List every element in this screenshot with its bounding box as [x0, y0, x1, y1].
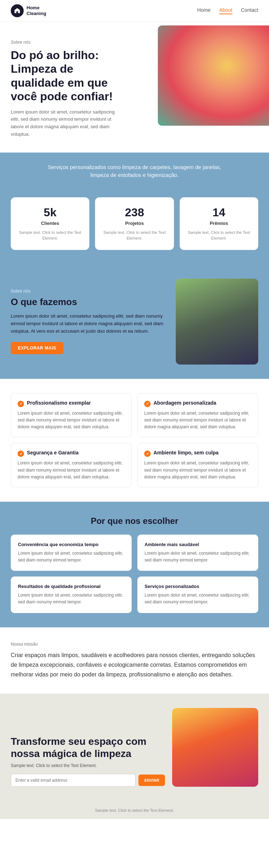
mission-text: Criar espaços mais limpos, saudáveis e a…: [11, 650, 258, 680]
feature-text-2: Lorem ipsum dolor sit amet, consetetur s…: [18, 460, 125, 481]
hero-text: Lorem ipsum dolor sit amet, consetetur s…: [11, 108, 118, 138]
services-band: Serviços personalizados como limpeza de …: [0, 153, 269, 190]
why-card-title-1: Ambiente mais saudável: [145, 542, 251, 547]
stat-label-0: Clientes: [16, 221, 84, 226]
check-icon-1: [144, 401, 151, 407]
check-icon-0: [18, 401, 24, 407]
email-field[interactable]: [11, 774, 136, 787]
features-grid: Profissionalismo exemplar Lorem ipsum do…: [11, 393, 258, 487]
why-card-1: Ambiente mais saudável Lorem ipsum dolor…: [137, 535, 258, 571]
feature-title-row-2: Segurança e Garantia: [18, 450, 125, 457]
stat-card-0: 5k Clientes Sample text. Click to select…: [11, 197, 89, 250]
features-section: Profissionalismo exemplar Lorem ipsum do…: [0, 379, 269, 502]
cta-image: [172, 708, 258, 787]
navbar: Home Cleaning Home About Contact: [0, 0, 269, 22]
hero-section: Sobre nós Do pó ao brilho: Limpeza de qu…: [0, 22, 269, 153]
feature-title-2: Segurança e Garantia: [27, 450, 79, 455]
brand-name: Home Cleaning: [27, 5, 46, 16]
what-title: O que fazemos: [11, 296, 169, 308]
what-text: Lorem ipsum dolor sit amet, consetetur s…: [11, 313, 169, 335]
hero-title: Do pó ao brilho: Limpeza de qualidade em…: [11, 48, 126, 103]
stat-label-2: Prêmios: [185, 221, 253, 226]
why-card-text-0: Lorem ipsum dolor sit amet, consetetur s…: [18, 550, 124, 564]
mission-label: Nossa missão: [11, 642, 258, 647]
what-content: Sobre nós O que fazemos Lorem ipsum dolo…: [11, 289, 169, 354]
why-card-title-2: Resultados de qualidade profissional: [18, 584, 124, 589]
stat-card-1: 238 Projetos Sample text. Click to selec…: [95, 197, 174, 250]
mission-section: Nossa missão Criar espaços mais limpos, …: [0, 627, 269, 694]
nav-home[interactable]: Home: [197, 7, 211, 14]
stat-desc-2: Sample text. Click to select the Text El…: [185, 230, 253, 241]
feature-card-0: Profissionalismo exemplar Lorem ipsum do…: [11, 393, 132, 438]
feature-title-3: Ambiente limpo, sem culpa: [154, 450, 218, 455]
logo-icon: [11, 4, 24, 17]
what-section: Sobre nós O que fazemos Lorem ipsum dolo…: [0, 264, 269, 379]
services-band-text: Serviços personalizados como limpeza de …: [45, 163, 224, 179]
cta-section: Transforme seu espaço com nossa mágica d…: [0, 694, 269, 801]
why-card-text-1: Lorem ipsum dolor sit amet, consetetur s…: [145, 550, 251, 564]
what-label: Sobre nós: [11, 289, 169, 294]
footer-note: Sample text. Click to select the Text El…: [0, 801, 269, 819]
stat-number-2: 14: [185, 206, 253, 219]
why-card-title-0: Conveniência que economiza tempo: [18, 542, 124, 547]
feature-title-row-0: Profissionalismo exemplar: [18, 400, 125, 407]
feature-text-3: Lorem ipsum dolor sit amet, consetetur s…: [144, 460, 251, 481]
cta-image-inner: [172, 708, 258, 787]
stats-grid: 5k Clientes Sample text. Click to select…: [11, 197, 258, 250]
feature-title-row-1: Abordagem personalizada: [144, 400, 251, 407]
why-card-text-2: Lorem ipsum dolor sit amet, consetetur s…: [18, 592, 124, 606]
hero-image: [158, 25, 269, 126]
stats-section: 5k Clientes Sample text. Click to select…: [0, 190, 269, 264]
feature-card-1: Abordagem personalizada Lorem ipsum dolo…: [137, 393, 258, 438]
feature-title-1: Abordagem personalizada: [154, 400, 216, 406]
nav-contact[interactable]: Contact: [241, 7, 258, 14]
check-icon-3: [144, 450, 151, 457]
nav-links: Home About Contact: [197, 7, 258, 14]
stat-card-2: 14 Prêmios Sample text. Click to select …: [180, 197, 258, 250]
stat-desc-0: Sample text. Click to select the Text El…: [16, 230, 84, 241]
check-icon-2: [18, 450, 24, 457]
why-grid: Conveniência que economiza tempo Lorem i…: [11, 535, 258, 613]
what-image-inner: [176, 279, 258, 365]
cta-title: Transforme seu espaço com nossa mágica d…: [11, 736, 165, 760]
feature-text-0: Lorem ipsum dolor sit amet, consetetur s…: [18, 410, 125, 431]
logo: Home Cleaning: [11, 4, 46, 17]
why-card-2: Resultados de qualidade profissional Lor…: [11, 577, 132, 613]
explore-button[interactable]: EXPLORAR MAIS: [11, 342, 63, 354]
submit-button[interactable]: ENVIAR: [138, 775, 165, 786]
nav-about[interactable]: About: [219, 7, 232, 14]
feature-text-1: Lorem ipsum dolor sit amet, consetetur s…: [144, 410, 251, 431]
hero-image-placeholder: [158, 25, 269, 126]
feature-card-2: Segurança e Garantia Lorem ipsum dolor s…: [11, 443, 132, 487]
why-title: Por que nos escolher: [11, 516, 258, 526]
cta-form: ENVIAR: [11, 774, 165, 787]
what-image: [176, 279, 258, 365]
stat-number-1: 238: [101, 206, 168, 219]
why-card-0: Conveniência que economiza tempo Lorem i…: [11, 535, 132, 571]
stat-number-0: 5k: [16, 206, 84, 219]
why-card-3: Serviços personalizados Lorem ipsum dolo…: [137, 577, 258, 613]
why-card-title-3: Serviços personalizados: [145, 584, 251, 589]
footer-note-text: Sample text. Click to select the Text El…: [95, 808, 174, 812]
stat-desc-1: Sample text. Click to select the Text El…: [101, 230, 168, 241]
cta-subtitle: Sample text. Click to select the Text El…: [11, 763, 165, 768]
cta-content: Transforme seu espaço com nossa mágica d…: [11, 736, 165, 787]
why-card-text-3: Lorem ipsum dolor sit amet, consetetur s…: [145, 592, 251, 606]
feature-card-3: Ambiente limpo, sem culpa Lorem ipsum do…: [137, 443, 258, 487]
feature-title-row-3: Ambiente limpo, sem culpa: [144, 450, 251, 457]
feature-title-0: Profissionalismo exemplar: [27, 400, 91, 406]
why-section: Por que nos escolher Conveniência que ec…: [0, 502, 269, 627]
stat-label-1: Projetos: [101, 221, 168, 226]
